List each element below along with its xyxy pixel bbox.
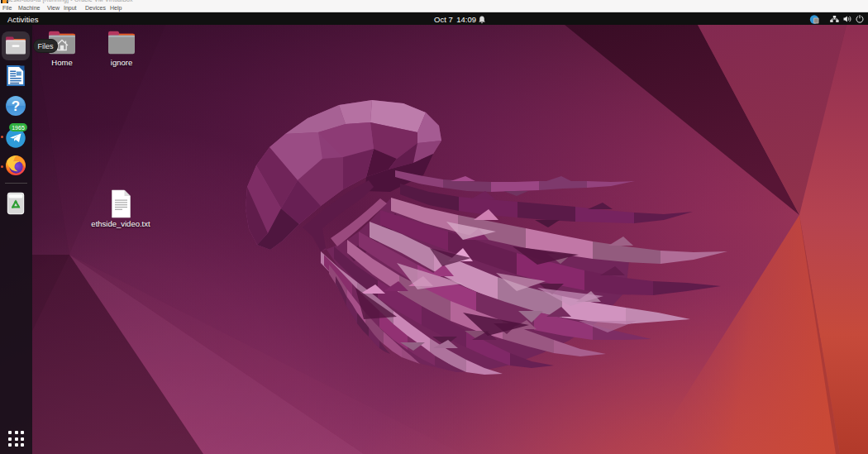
svg-text:?: ?: [12, 98, 20, 114]
svg-text:1965: 1965: [12, 125, 25, 131]
